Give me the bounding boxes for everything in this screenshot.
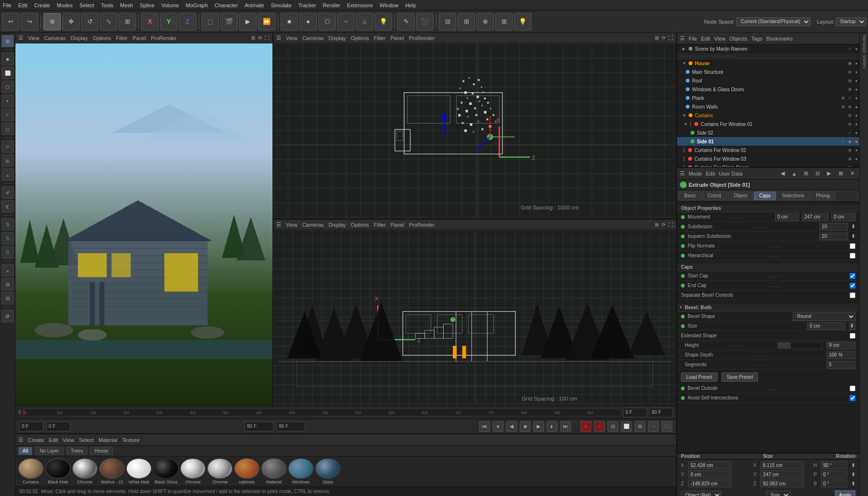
mat-menu-view[interactable]: View [63,437,74,443]
viewport-right-canvas[interactable]: Z X [273,230,676,405]
attr-input-isoparm[interactable] [819,233,848,240]
attr-tab-caps[interactable]: Caps [754,192,775,200]
axis-z-btn[interactable]: Z [179,13,196,30]
attr-menu-edit[interactable]: Edit [706,171,715,177]
vp-icon-2[interactable]: ⟳ [258,35,262,41]
deform-tool-btn[interactable]: ⌂ [356,13,373,30]
attr-input-subdivision[interactable] [819,223,848,231]
attr-menu-mode[interactable]: Mode [689,171,702,177]
vp-menu-prorender[interactable]: ProRender [151,35,176,41]
vp-right-panel[interactable]: Panel [391,222,404,228]
menu-edit[interactable]: Edit [18,2,27,8]
cylinder-tool-btn[interactable]: ⬡ [318,13,336,30]
mat-menu-icon[interactable]: ☰ [18,437,23,443]
pos-size-select[interactable]: Size [766,491,790,496]
menu-volume[interactable]: Volume [162,2,179,8]
magnet2-btn[interactable]: ⟁ [1,264,14,276]
attr-input-movement-y[interactable] [802,213,828,221]
mat-item-chrome1[interactable]: Chrome [72,458,97,484]
mat-item-material[interactable]: Material [261,458,286,484]
menu-render[interactable]: Render [323,2,340,8]
mat-item-walnut[interactable]: Walnut - 12 [99,458,124,484]
rot-input-b[interactable] [821,480,847,487]
om-vis-plank[interactable]: ● [854,95,859,101]
texture-mode-btn[interactable]: ⬜ [1,67,14,79]
attr-check-hierarchical[interactable] [850,253,855,259]
attr-spin-isoparm[interactable]: ⬍ [851,233,855,239]
vp-menu-options[interactable]: Options [93,35,111,41]
axis-x-btn[interactable]: X [141,13,159,30]
attr-nav-2[interactable]: ⊟ [813,169,822,178]
attr-select-bevel-shape[interactable]: Round [793,312,855,321]
attr-input-shape-depth[interactable] [827,351,855,359]
bezier-tool-btn[interactable]: ℭ [1,200,14,213]
transport-settings[interactable]: ⊞ [635,421,645,432]
rotate-tool-btn[interactable]: ↺ [81,13,98,30]
texture-tool-btn[interactable]: ⬛ [416,13,434,30]
attr-check-bevel-outside[interactable] [850,386,855,391]
om-item-roof[interactable]: Roof ⊞ ● [677,76,859,85]
attr-nav-1[interactable]: ⊞ [801,169,810,178]
vp-top-icon-1[interactable]: ⊞ [655,35,659,41]
grid-tool-btn[interactable]: ⊞ [495,13,513,30]
menu-extensions[interactable]: Extensions [347,2,373,8]
transport-stop[interactable]: ■ [520,421,530,432]
menu-animate[interactable]: Animate [244,2,264,8]
om-item-main-structure[interactable]: Main Structure ⊞ ● [677,68,859,76]
om-menu-tags[interactable]: Tags [751,36,762,41]
vp-right-filter[interactable]: Filter [374,222,385,228]
knife-tool-btn[interactable]: ⌗ [1,140,14,153]
vp-icon-3[interactable]: ⛶ [265,35,270,41]
redo-btn[interactable]: ↪ [21,13,38,30]
paint-tool-btn[interactable]: ✎ [397,13,415,30]
vp-right-prorender[interactable]: ProRender [409,222,434,228]
om-vis-scene[interactable]: ● [854,46,859,52]
attr-tab-coord[interactable]: Coord. [702,192,727,200]
vp-menu-display[interactable]: Display [70,35,88,41]
vp-top-cameras[interactable]: Cameras [302,35,324,41]
mat-item-blackmatt[interactable]: Black Matt [45,458,70,484]
attr-tab-object[interactable]: Object [728,192,753,200]
vp-right-icon-1[interactable]: ⊞ [655,222,659,227]
vp-top-panel[interactable]: Panel [391,35,404,41]
om-item-room-walls[interactable]: Room Walls ⊞ ⊞ ▲ [677,102,859,111]
load-preset-btn[interactable]: Load Preset [681,372,718,382]
mat-item-blackgloss[interactable]: Black Gloss [153,458,178,484]
attr-size-spin[interactable]: ⬍ [849,322,855,330]
menu-simulate[interactable]: Simulate [271,2,292,8]
viewport-right-view[interactable]: ☰ View Cameras Display Options Filter Pa… [273,220,676,405]
transform-tool-btn[interactable]: ⊞ [119,13,136,30]
strip-label-layers[interactable]: Layers [862,55,867,68]
attr-menu-userdata[interactable]: User Data [719,171,743,177]
transport-motion-clip[interactable]: ⊟ [608,421,618,432]
transport-auto-key[interactable]: ● [594,421,605,432]
transport-goto-start[interactable]: ⏮ [479,421,490,432]
settings-btn[interactable]: ⚙ [1,310,14,322]
menu-spline[interactable]: Spline [140,2,155,8]
menu-file[interactable]: File [3,2,12,8]
s-tool-2-btn[interactable]: S [1,232,14,245]
save-preset-btn[interactable]: Save Preset [721,372,758,382]
size-input-y[interactable] [760,470,804,478]
size-input-x[interactable] [760,461,804,469]
om-menu-objects[interactable]: Objects [729,36,747,41]
attr-check-flip-normals[interactable] [850,243,855,249]
om-item-cfw01[interactable]: ▼ Curtains For Window 01 ⊞ ● [677,120,859,128]
pos-coord-select[interactable]: Object (Rel) [681,491,721,496]
layers2-btn[interactable]: ⊟ [1,292,14,304]
guide-tool-btn[interactable]: 💡 [514,13,531,30]
pos-input-y[interactable] [688,470,732,478]
menu-select[interactable]: Select [80,2,95,8]
spline-tool-btn[interactable]: ~ [337,13,354,30]
attr-bevel-title[interactable]: ▼ Bevel: Both [677,304,859,312]
layout-tool-btn[interactable]: ⊟ [439,13,456,30]
loop-tool-btn[interactable]: ◎ [1,154,14,167]
model-mode-btn[interactable]: ■ [1,53,14,65]
transport-frame-current[interactable]: 0 F [46,422,70,431]
select-tool-btn[interactable]: ✥ [62,13,80,30]
vp-top-prorender[interactable]: ProRender [409,35,434,41]
menu-character[interactable]: Character [215,2,238,8]
transport-expand[interactable]: ⬛ [662,421,672,432]
transport-next-frame[interactable]: ⏵ [547,421,557,432]
pos-input-x[interactable] [688,461,732,469]
